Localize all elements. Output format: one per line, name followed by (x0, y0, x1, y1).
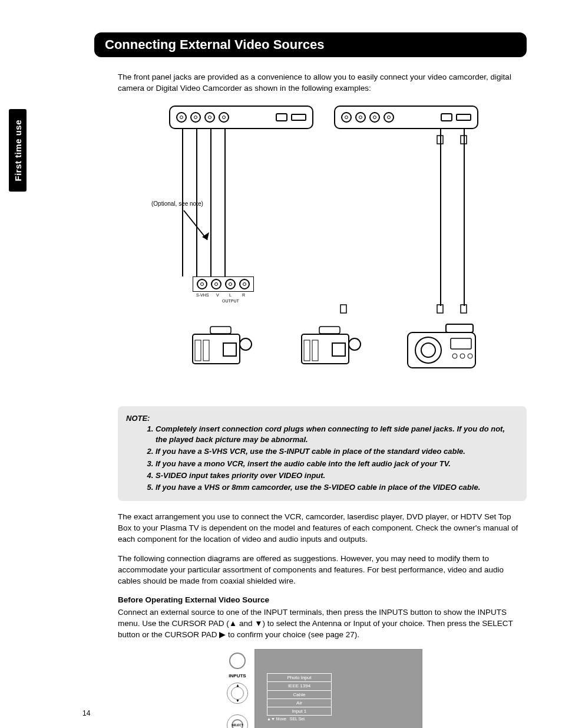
connector-icon (339, 304, 348, 314)
jack-icon (176, 112, 187, 123)
svg-rect-13 (319, 327, 340, 334)
camcorder-icon (187, 325, 257, 370)
digital-camera-icon (405, 321, 481, 374)
svg-point-15 (415, 337, 441, 363)
svg-rect-22 (340, 305, 346, 313)
jack-icon (355, 112, 366, 123)
osd-illustration: INPUTS ▲ ▼ SELECT Photo Input IEEE 1394 … (222, 649, 422, 728)
cable-line (210, 129, 211, 276)
jack-icon (239, 279, 250, 289)
jack-icon (369, 112, 380, 123)
svg-point-10 (349, 338, 361, 350)
select-pad-icon: SELECT (227, 714, 248, 728)
up-arrow-icon: ▲ (236, 683, 240, 689)
section-tab-label: First time use (13, 120, 23, 182)
paragraph: The following connection diagrams are of… (118, 554, 527, 587)
camcorder-icon (296, 325, 366, 370)
svg-rect-26 (461, 136, 467, 144)
jack-icon (341, 112, 352, 123)
svg-point-16 (421, 343, 435, 357)
optional-note-label: (Optional, see note) (151, 200, 203, 208)
page-title: Connecting External Video Sources (105, 37, 324, 52)
text: to confirm your choice (see page 27). (226, 630, 359, 639)
tv-screen: Photo Input IEEE 1394 Cable Air Input 1 … (254, 649, 422, 728)
menu-item: Air (267, 699, 332, 707)
arrow-icon: ▲▼ (267, 717, 275, 721)
svg-rect-5 (195, 340, 201, 361)
down-arrow-icon: ▼ (236, 698, 240, 704)
cursor-pad-icon: ▲ ▼ (227, 683, 248, 704)
menu-footer: ▲▼ Move SEL Sel. (267, 715, 332, 722)
svg-rect-7 (210, 327, 231, 334)
r-label: R (242, 292, 245, 298)
jack-icon (225, 279, 236, 289)
note-box: NOTE: Completely insert connection cord … (118, 406, 527, 501)
svg-rect-6 (203, 340, 209, 361)
menu-item: Photo Input (267, 673, 332, 682)
jack-icon (219, 112, 229, 123)
svg-point-19 (452, 354, 457, 358)
inputs-menu: Photo Input IEEE 1394 Cable Air Input 1 … (267, 673, 332, 722)
cable-line (464, 129, 465, 306)
port-icon (441, 113, 452, 121)
paragraph: The exact arrangement you use to connect… (118, 512, 527, 545)
svg-rect-18 (446, 324, 473, 332)
select-button-icon: SELECT (232, 719, 243, 728)
tv-front-panel-left (169, 106, 313, 129)
arrow-icon (181, 207, 216, 249)
note-list: Completely insert connection cord plugs … (156, 424, 518, 493)
svg-rect-9 (332, 343, 345, 356)
note-item: If you have a VHS or 8mm camcorder, use … (156, 482, 518, 493)
text: and (237, 619, 254, 628)
subheading: Before Operating External Video Source (118, 595, 527, 606)
jack-icon (190, 112, 201, 123)
note-item: Completely insert connection cord plugs … (156, 424, 518, 445)
note-item: S-VIDEO input takes priority over VIDEO … (156, 470, 518, 481)
page-title-bar: Connecting External Video Sources (94, 32, 527, 57)
page-number: 14 (82, 709, 90, 717)
svg-rect-12 (312, 340, 318, 361)
cable-line (224, 129, 226, 276)
svg-line-0 (184, 210, 207, 240)
port-icon (456, 114, 471, 121)
jack-icon (197, 279, 207, 289)
note-label: NOTE: (126, 414, 150, 423)
connector-icon (435, 304, 445, 314)
note-item: If you have a S-VHS VCR, use the S-INPUT… (156, 446, 518, 457)
remote-buttons: INPUTS ▲ ▼ SELECT (222, 649, 253, 728)
svhs-label: S-VHS (196, 292, 209, 298)
l-label: L (229, 292, 232, 298)
connector-icon (459, 304, 468, 314)
menu-item: Cable (267, 690, 332, 699)
svg-point-20 (460, 354, 465, 358)
paragraph: Connect an external source to one of the… (118, 607, 527, 641)
output-label: OUTPUT (222, 298, 239, 304)
svg-rect-23 (437, 305, 443, 313)
triangle-right-icon: ▶ (219, 630, 226, 639)
svg-rect-25 (437, 136, 443, 144)
svg-rect-17 (451, 338, 471, 349)
svg-rect-24 (461, 305, 467, 313)
section-tab: First time use (9, 109, 27, 192)
triangle-down-icon: ▼ (254, 619, 262, 628)
tv-front-panel-right (334, 106, 478, 129)
connector-icon (435, 135, 445, 144)
camcorder-output-panel (193, 276, 254, 292)
intro-paragraph: The front panel jacks are provided as a … (118, 72, 527, 94)
triangle-up-icon: ▲ (229, 619, 237, 628)
svg-marker-1 (202, 232, 209, 240)
footer-move: Move (276, 717, 286, 721)
note-item: If you have a mono VCR, insert the audio… (156, 459, 518, 469)
svg-point-4 (240, 338, 252, 350)
cable-line (440, 129, 441, 306)
v-label: V (216, 292, 219, 298)
inputs-button-label: INPUTS (229, 673, 246, 679)
menu-item: IEEE 1394 (267, 681, 332, 690)
svg-point-21 (468, 354, 472, 358)
jack-icon (204, 112, 215, 123)
svg-rect-11 (304, 340, 310, 361)
menu-item: Input 1 (267, 707, 332, 716)
connection-diagram: (Optional, see note) S-VHS V L R OUTPUT (163, 103, 481, 391)
footer-sel: SEL Sel. (290, 717, 306, 721)
svg-rect-8 (302, 334, 349, 364)
